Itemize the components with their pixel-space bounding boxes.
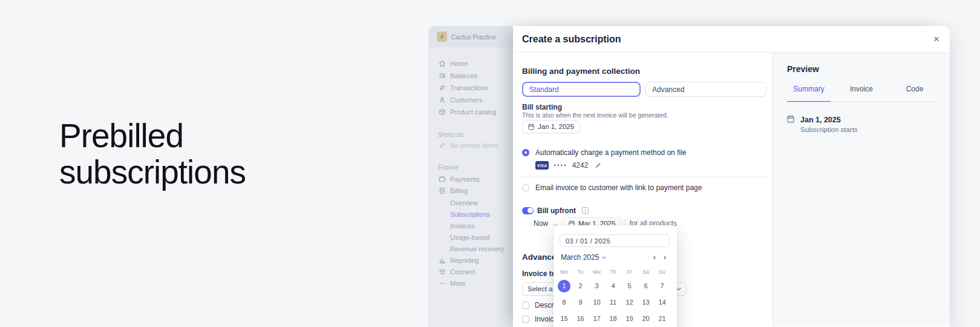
checkbox-icon[interactable] <box>522 315 529 323</box>
sidebar-item-overview[interactable]: Overview <box>428 197 513 209</box>
sidebar-section-explore: Explore <box>428 161 513 173</box>
home-icon <box>439 60 446 67</box>
month-dropdown[interactable]: March 2025 <box>561 252 606 263</box>
page: Prebilled subscriptions Cactus Practice … <box>0 0 980 327</box>
calendar-day[interactable]: 19 <box>621 311 638 327</box>
tab-code[interactable]: Code <box>893 85 936 102</box>
summary-start-date: Jan 1, 2025 <box>800 116 841 124</box>
sidebar-item-more[interactable]: More <box>428 277 513 289</box>
next-month-icon[interactable]: › <box>661 252 669 263</box>
product-catalog-icon <box>439 108 446 116</box>
calendar-icon <box>787 115 794 123</box>
sidebar-item-product-catalog[interactable]: Product catalog <box>428 106 513 118</box>
radio-unselected-icon[interactable] <box>522 184 529 191</box>
edit-payment-method-icon[interactable] <box>595 162 601 168</box>
calendar-day[interactable]: 21 <box>654 311 670 327</box>
sidebar-item-reporting[interactable]: Reporting <box>428 254 513 266</box>
calendar-day-headers: MoTuWeThFrSaSu <box>556 268 670 276</box>
bill-starting-date-chip[interactable]: Jan 1, 2025 <box>522 120 580 133</box>
page-title-line2: subscriptions <box>59 154 246 190</box>
card-dots: ···· <box>554 162 567 168</box>
calendar-day[interactable]: 16 <box>572 311 589 327</box>
visa-badge: VISA <box>535 161 549 170</box>
sidebar-item-no-pinned-items: No pinned items <box>428 139 513 151</box>
cactus-icon <box>437 31 447 42</box>
billing-icon <box>439 187 446 194</box>
preview-heading: Preview <box>787 64 819 74</box>
calendar-day[interactable]: 15 <box>556 311 572 327</box>
calendar-day[interactable]: 4 <box>605 278 621 294</box>
sidebar-item-payments[interactable]: Payments <box>428 173 513 185</box>
preview-tabs: Summary Invoice Code <box>787 85 936 102</box>
bill-upfront-toggle[interactable] <box>522 207 534 214</box>
sidebar-item-usage-based[interactable]: Usage-based <box>428 231 513 243</box>
sidebar-item-customers[interactable]: Customers <box>428 94 513 106</box>
chevron-down-icon <box>676 288 681 291</box>
more-icon <box>439 280 446 287</box>
page-title: Prebilled subscriptions <box>59 117 246 190</box>
tab-invoice[interactable]: Invoice <box>840 85 883 102</box>
sidebar-item-balances[interactable]: Balances <box>428 70 513 82</box>
mode-button-standard[interactable]: Standard <box>522 82 641 97</box>
sidebar-item-subscriptions[interactable]: Subscriptions <box>428 208 513 220</box>
connect-icon <box>439 268 446 276</box>
sidebar-item-connect[interactable]: Connect <box>428 266 513 278</box>
checkbox-icon[interactable] <box>522 302 529 309</box>
sidebar-item-revenue-recovery[interactable]: Revenue recovery <box>428 243 513 255</box>
calendar-day[interactable]: 2 <box>572 278 589 294</box>
customers-icon <box>439 96 446 104</box>
mode-button-advanced[interactable]: Advanced <box>645 82 766 97</box>
sidebar-item-home[interactable]: Home <box>428 58 513 70</box>
payment-option-email-invoice[interactable]: Email invoice to customer with link to p… <box>522 183 767 192</box>
calendar-day[interactable]: 6 <box>638 278 654 294</box>
radio-selected-icon[interactable] <box>522 149 529 156</box>
calendar-day-header: Su <box>654 268 670 276</box>
calendar-day-header: Sa <box>638 268 654 276</box>
bill-starting-help: This is also when the next invoice will … <box>522 111 767 119</box>
sidebar-item-transactions[interactable]: Transactions <box>428 82 513 94</box>
payment-option-auto-charge[interactable]: Automatically charge a payment method on… <box>522 148 767 157</box>
calendar-day[interactable]: 20 <box>638 311 654 327</box>
divider <box>522 177 767 177</box>
calendar-day[interactable]: 5 <box>621 278 638 294</box>
chevron-down-icon <box>602 256 606 259</box>
info-icon[interactable]: i <box>582 207 589 214</box>
sidebar-section-shortcuts: Shortcuts <box>428 128 513 140</box>
sidebar-item-invoices[interactable]: Invoices <box>428 220 513 232</box>
calendar-day[interactable]: 1 <box>556 278 572 294</box>
bill-starting-row: Jan 1, 2025 <box>522 120 767 133</box>
calendar-day[interactable]: 18 <box>605 311 621 327</box>
tab-summary[interactable]: Summary <box>787 85 831 102</box>
divider <box>787 102 936 102</box>
bill-upfront-label: Bill upfront <box>537 206 576 215</box>
bill-upfront-row: Bill upfront i <box>522 206 767 214</box>
calendar-day[interactable]: 13 <box>638 294 654 311</box>
payment-method-row: VISA ···· 4242 <box>535 160 601 170</box>
workspace-switcher[interactable]: Cactus Practice <box>428 26 513 47</box>
calendar-day[interactable]: 7 <box>654 278 670 294</box>
now-label: Now <box>534 219 548 228</box>
calendar-day-header: Fr <box>621 268 638 276</box>
calendar-day[interactable]: 14 <box>654 294 670 311</box>
prev-month-icon[interactable]: ‹ <box>650 252 659 263</box>
calendar-day[interactable]: 17 <box>589 311 605 327</box>
calendar-day-header: Th <box>605 268 621 276</box>
bill-starting-label: Bill starting <box>522 103 767 111</box>
calendar-day[interactable]: 3 <box>589 278 605 294</box>
calendar-day[interactable]: 11 <box>605 294 621 311</box>
calendar-day[interactable]: 12 <box>621 294 638 311</box>
sidebar-item-billing[interactable]: Billing <box>428 185 513 197</box>
workspace-name: Cactus Practice <box>451 33 496 41</box>
calendar-day[interactable]: 9 <box>572 294 589 311</box>
calendar-day-header: Mo <box>556 268 572 276</box>
transactions-icon <box>439 84 446 91</box>
reporting-icon <box>439 257 446 264</box>
date-input[interactable]: 03 / 01 / 2025 <box>560 234 670 247</box>
close-icon[interactable]: × <box>930 33 942 45</box>
date-picker-popup: 03 / 01 / 2025 March 2025 ‹ › MoTuWeThFr… <box>554 225 677 327</box>
calendar-day[interactable]: 8 <box>556 294 572 311</box>
card-last4: 4242 <box>572 161 589 170</box>
payments-icon <box>439 176 446 183</box>
balances-icon <box>439 72 446 79</box>
calendar-day[interactable]: 10 <box>589 294 605 311</box>
